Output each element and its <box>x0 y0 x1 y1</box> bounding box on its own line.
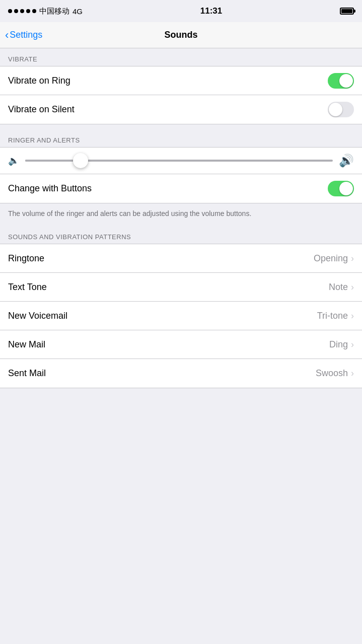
volume-slider-track[interactable] <box>25 160 333 162</box>
nav-bar: ‹ Settings Sounds <box>0 22 362 48</box>
back-button[interactable]: ‹ Settings <box>5 29 42 42</box>
vibrate-group: Vibrate on Ring Vibrate on Silent <box>0 66 362 124</box>
sounds-section-header: SOUNDS AND VIBRATION PATTERNS <box>0 226 362 244</box>
ringer-group: 🔈 🔊 Change with Buttons <box>0 147 362 203</box>
vibrate-section-header: VIBRATE <box>0 48 362 66</box>
ringer-section-header: RINGER AND ALERTS <box>0 129 362 147</box>
vibrate-on-ring-label: Vibrate on Ring <box>8 76 70 86</box>
carrier-label: 中国移动 <box>39 7 69 16</box>
vibrate-on-silent-label: Vibrate on Silent <box>8 104 75 115</box>
toggle-thumb-buttons <box>339 182 353 195</box>
volume-high-icon: 🔊 <box>339 154 354 168</box>
network-label: 4G <box>73 7 83 16</box>
ringtone-value: Opening <box>314 253 348 264</box>
new-mail-label: New Mail <box>8 339 45 350</box>
new-voicemail-chevron-icon: › <box>351 311 354 321</box>
text-tone-label: Text Tone <box>8 282 47 293</box>
new-mail-chevron-icon: › <box>351 339 354 350</box>
slider-fill <box>25 160 81 162</box>
text-tone-chevron-icon: › <box>351 282 354 293</box>
toggle-thumb-silent <box>329 103 342 116</box>
new-mail-value: Ding <box>329 339 348 350</box>
new-voicemail-label: New Voicemail <box>8 311 67 321</box>
new-mail-value-container: Ding › <box>329 339 354 350</box>
slider-thumb[interactable] <box>73 153 88 168</box>
battery-icon <box>340 8 354 15</box>
status-bar: 中国移动 4G 11:31 <box>0 0 362 22</box>
ringtone-row[interactable]: Ringtone Opening › <box>0 244 362 273</box>
ringer-description: The volume of the ringer and alerts can … <box>0 203 362 226</box>
status-time: 11:31 <box>200 6 222 16</box>
sent-mail-label: Sent Mail <box>8 368 46 379</box>
new-voicemail-row[interactable]: New Voicemail Tri-tone › <box>0 302 362 330</box>
ringtone-value-container: Opening › <box>314 253 354 264</box>
sent-mail-value: Swoosh <box>316 368 348 379</box>
new-voicemail-value-container: Tri-tone › <box>317 311 354 321</box>
battery-fill <box>341 9 352 13</box>
dot-2 <box>14 9 18 13</box>
new-mail-row[interactable]: New Mail Ding › <box>0 330 362 359</box>
dot-5 <box>32 9 36 13</box>
page-title: Sounds <box>165 30 198 40</box>
ringtone-chevron-icon: › <box>351 253 354 264</box>
toggle-thumb <box>339 74 353 88</box>
sounds-group: Ringtone Opening › Text Tone Note › New … <box>0 244 362 388</box>
vibrate-on-silent-toggle[interactable] <box>328 102 354 117</box>
sent-mail-row[interactable]: Sent Mail Swoosh › <box>0 359 362 388</box>
spacer-1 <box>0 124 362 129</box>
sent-mail-value-container: Swoosh › <box>316 368 354 379</box>
sent-mail-chevron-icon: › <box>351 368 354 379</box>
change-with-buttons-row: Change with Buttons <box>0 174 362 203</box>
new-voicemail-value: Tri-tone <box>317 311 348 321</box>
dot-4 <box>26 9 30 13</box>
vibrate-on-ring-toggle[interactable] <box>328 73 354 89</box>
dot-1 <box>8 9 12 13</box>
volume-low-icon: 🔈 <box>8 155 19 166</box>
change-with-buttons-label: Change with Buttons <box>8 183 92 194</box>
volume-slider-row: 🔈 🔊 <box>0 148 362 174</box>
vibrate-on-ring-row: Vibrate on Ring <box>0 66 362 95</box>
status-left: 中国移动 4G <box>8 7 83 16</box>
back-label: Settings <box>10 30 42 40</box>
ringtone-label: Ringtone <box>8 253 44 264</box>
text-tone-row[interactable]: Text Tone Note › <box>0 273 362 302</box>
back-chevron-icon: ‹ <box>5 29 9 42</box>
signal-dots <box>8 9 36 13</box>
text-tone-value-container: Note › <box>329 282 354 293</box>
status-right <box>340 8 354 15</box>
vibrate-on-silent-row: Vibrate on Silent <box>0 95 362 124</box>
text-tone-value: Note <box>329 282 348 293</box>
change-with-buttons-toggle[interactable] <box>328 181 354 196</box>
dot-3 <box>20 9 24 13</box>
